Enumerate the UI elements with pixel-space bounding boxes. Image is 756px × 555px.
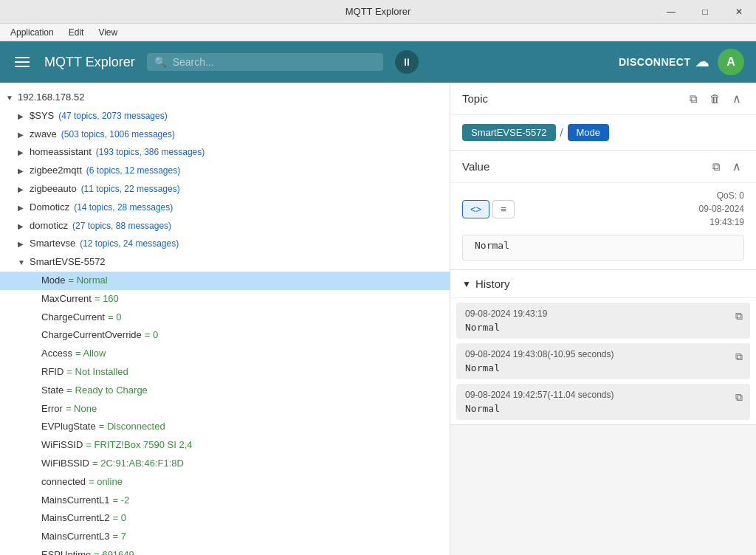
window-title: MQTT Explorer bbox=[346, 6, 411, 17]
tree-node-domoticz[interactable]: ▶ domoticz (27 topics, 88 messages) bbox=[0, 217, 450, 235]
label-dollar-sys: $SYS bbox=[30, 108, 54, 124]
tree-node-Mode[interactable]: Mode = Normal bbox=[0, 272, 450, 290]
value-meta: QoS: 0 09-08-2024 19:43:19 bbox=[699, 189, 744, 229]
avatar[interactable]: A bbox=[718, 49, 744, 75]
disconnect-label: DISCONNECT bbox=[619, 56, 691, 68]
value-EVPlugState: = Disconnected bbox=[99, 419, 165, 435]
arrow-Domoticz: ▶ bbox=[18, 202, 27, 214]
value-ChargeCurrentOverride: = 0 bbox=[145, 328, 158, 343]
tree-node-MainsCurrentL2[interactable]: MainsCurrentL2 = 0 bbox=[0, 509, 450, 528]
value-State: = Ready to Charge bbox=[66, 383, 147, 399]
meta-zwave: (503 topics, 1006 messages) bbox=[61, 128, 175, 142]
copy-icon-0: ⧉ bbox=[735, 310, 743, 322]
disconnect-button[interactable]: DISCONNECT ☁ bbox=[619, 54, 709, 70]
tree-node-EVPlugState[interactable]: EVPlugState = Disconnected bbox=[0, 418, 450, 436]
tree-node-WiFiSSID[interactable]: WiFiSSID = FRITZ!Box 7590 SI 2,4 bbox=[0, 436, 450, 455]
history-title: History bbox=[475, 278, 510, 290]
arrow-SmartEVSE: ▼ bbox=[18, 257, 27, 269]
topic-chip-device: SmartEVSE-5572 bbox=[462, 124, 556, 141]
hamburger-line-3 bbox=[15, 66, 30, 67]
tree-node-ChargeCurrentOverride[interactable]: ChargeCurrentOverride = 0 bbox=[0, 326, 450, 345]
tree-node-MainsCurrentL1[interactable]: MainsCurrentL1 = -2 bbox=[0, 492, 450, 510]
tree-node-ESPUptime[interactable]: ESPUptime = 691649 bbox=[0, 546, 450, 555]
value-btn-list[interactable]: ≡ bbox=[492, 200, 515, 218]
menu-edit[interactable]: Edit bbox=[61, 26, 92, 39]
search-wrapper: 🔍 bbox=[147, 53, 383, 71]
tree-panel: ▼ 192.168.178.52 ▶ $SYS (47 topics, 2073… bbox=[0, 83, 450, 555]
close-button[interactable]: ✕ bbox=[722, 0, 756, 24]
collapse-icon: ∧ bbox=[732, 92, 741, 105]
history-copy-button-1[interactable]: ⧉ bbox=[734, 349, 744, 365]
main-layout: ▼ 192.168.178.52 ▶ $SYS (47 topics, 2073… bbox=[0, 83, 756, 555]
tree-node-zwave[interactable]: ▶ zwave (503 topics, 1006 messages) bbox=[0, 125, 450, 144]
root-arrow: ▼ bbox=[6, 92, 15, 104]
history-entry-1: 09-08-2024 19:43:08(-10.95 seconds) Norm… bbox=[456, 343, 750, 379]
history-entry-2: 09-08-2024 19:42:57(-11.04 seconds) Norm… bbox=[456, 384, 750, 420]
label-SmartEVSE: SmartEVSE-5572 bbox=[30, 255, 106, 270]
menu-view[interactable]: View bbox=[91, 26, 125, 39]
current-value-text: Normal bbox=[475, 240, 509, 251]
minimize-button[interactable]: — bbox=[654, 0, 688, 24]
tree-node-homeassistant[interactable]: ▶ homeassistant (193 topics, 386 message… bbox=[0, 143, 450, 162]
value-copy-button[interactable]: ⧉ bbox=[709, 159, 724, 175]
label-MainsCurrentL2: MainsCurrentL2 bbox=[41, 511, 110, 526]
hamburger-button[interactable] bbox=[12, 54, 32, 70]
value-display: Normal bbox=[462, 235, 744, 261]
tree-node-zigbeeauto[interactable]: ▶ zigbeeauto (11 topics, 22 messages) bbox=[0, 180, 450, 199]
topic-collapse-button[interactable]: ∧ bbox=[729, 90, 744, 107]
label-domoticz: domoticz bbox=[30, 218, 68, 234]
history-copy-button-0[interactable]: ⧉ bbox=[734, 308, 744, 324]
topic-section-title: Topic bbox=[462, 92, 687, 105]
history-copy-button-2[interactable]: ⧉ bbox=[734, 390, 744, 405]
arrow-domoticz: ▶ bbox=[18, 221, 27, 232]
topic-section-header: Topic ⧉ 🗑 ∧ bbox=[450, 83, 756, 115]
menu-application[interactable]: Application bbox=[3, 26, 61, 39]
tree-root[interactable]: ▼ 192.168.178.52 bbox=[0, 89, 450, 107]
value-btn-code[interactable]: <> bbox=[462, 200, 489, 218]
value-MainsCurrentL1: = -2 bbox=[113, 493, 130, 509]
hamburger-line-2 bbox=[15, 61, 30, 63]
value-ChargeCurrent: = 0 bbox=[108, 310, 121, 325]
tree-node-Error[interactable]: Error = None bbox=[0, 400, 450, 418]
label-homeassistant: homeassistant bbox=[30, 145, 92, 160]
search-input[interactable] bbox=[173, 56, 376, 68]
history-value-2: Normal bbox=[465, 403, 741, 414]
tree-node-dollar-sys[interactable]: ▶ $SYS (47 topics, 2073 messages) bbox=[0, 107, 450, 125]
arrow-zigbeeauto: ▶ bbox=[18, 184, 27, 196]
topic-delete-button[interactable]: 🗑 bbox=[707, 91, 724, 106]
window-controls: — □ ✕ bbox=[654, 0, 756, 24]
history-section-header[interactable]: ▼ History bbox=[450, 270, 756, 298]
label-Domoticz: Domoticz bbox=[30, 200, 69, 216]
tree-node-WiFiBSSID[interactable]: WiFiBSSID = 2C:91:AB:46:F1:8D bbox=[0, 455, 450, 473]
label-ESPUptime: ESPUptime bbox=[41, 548, 91, 555]
value-collapse-button[interactable]: ∧ bbox=[729, 158, 744, 175]
tree-node-connected[interactable]: connected = online bbox=[0, 473, 450, 492]
pause-button[interactable]: ⏸ bbox=[395, 50, 419, 74]
maximize-button[interactable]: □ bbox=[688, 0, 722, 24]
tree-node-MainsCurrentL3[interactable]: MainsCurrentL3 = 7 bbox=[0, 528, 450, 546]
label-ChargeCurrentOverride: ChargeCurrentOverride bbox=[41, 328, 142, 343]
topic-section: Topic ⧉ 🗑 ∧ SmartEVSE-5572 / bbox=[450, 83, 756, 151]
tree-node-ChargeCurrent[interactable]: ChargeCurrent = 0 bbox=[0, 308, 450, 327]
value-section-title: Value bbox=[462, 160, 709, 173]
tree-node-RFID[interactable]: RFID = Not Installed bbox=[0, 363, 450, 382]
tree-node-Access[interactable]: Access = Allow bbox=[0, 345, 450, 363]
topic-separator: / bbox=[560, 127, 563, 139]
tree-node-State[interactable]: State = Ready to Charge bbox=[0, 382, 450, 400]
copy-icon-2: ⧉ bbox=[735, 391, 743, 403]
history-expand-icon: ▼ bbox=[462, 279, 471, 289]
topic-breadcrumb: SmartEVSE-5572 / Mode bbox=[462, 124, 744, 141]
topic-copy-button[interactable]: ⧉ bbox=[687, 91, 701, 107]
tree-node-zigbee2mqtt[interactable]: ▶ zigbee2mqtt (6 topics, 12 messages) bbox=[0, 162, 450, 180]
value-connected: = online bbox=[89, 475, 123, 490]
tree-node-SmartEVSE-5572[interactable]: ▼ SmartEVSE-5572 bbox=[0, 253, 450, 272]
tree-node-Smartevse[interactable]: ▶ Smartevse (12 topics, 24 messages) bbox=[0, 235, 450, 253]
value-Error: = None bbox=[66, 401, 97, 417]
label-zwave: zwave bbox=[30, 127, 57, 142]
tree-node-Domoticz[interactable]: ▶ Domoticz (14 topics, 28 messages) bbox=[0, 199, 450, 217]
search-icon: 🔍 bbox=[154, 56, 167, 68]
qos-label: QoS: 0 bbox=[699, 189, 744, 202]
label-MainsCurrentL3: MainsCurrentL3 bbox=[41, 529, 110, 545]
topic-section-content: SmartEVSE-5572 / Mode bbox=[450, 115, 756, 150]
tree-node-MaxCurrent[interactable]: MaxCurrent = 160 bbox=[0, 290, 450, 308]
